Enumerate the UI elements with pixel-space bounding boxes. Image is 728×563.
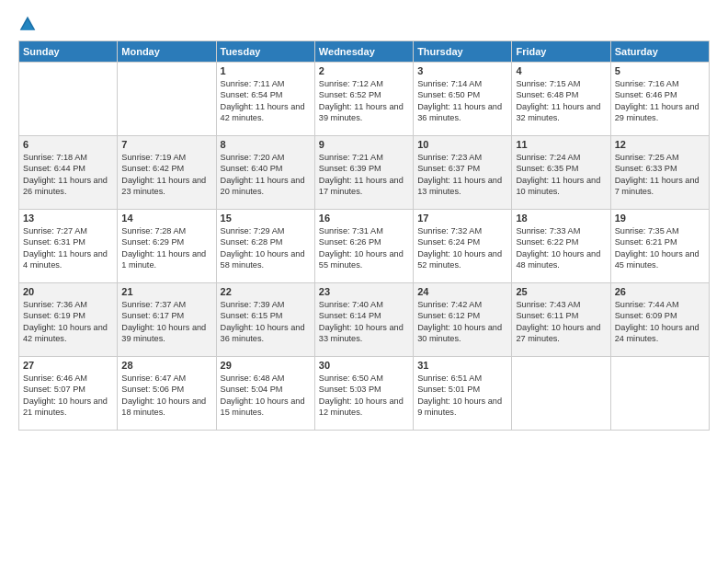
day-info: Sunrise: 7:25 AMSunset: 6:33 PMDaylight:… [615, 152, 705, 198]
calendar-cell: 18Sunrise: 7:33 AMSunset: 6:22 PMDayligh… [512, 210, 610, 283]
calendar-header-row: SundayMondayTuesdayWednesdayThursdayFrid… [19, 41, 710, 63]
day-number: 31 [417, 360, 507, 371]
logo [18, 15, 40, 33]
day-header-friday: Friday [512, 41, 610, 63]
day-info: Sunrise: 7:24 AMSunset: 6:35 PMDaylight:… [516, 152, 606, 198]
day-info: Sunrise: 6:47 AMSunset: 5:06 PMDaylight:… [121, 373, 211, 419]
calendar-cell: 1Sunrise: 7:11 AMSunset: 6:54 PMDaylight… [216, 63, 314, 136]
day-number: 14 [121, 213, 211, 224]
day-info: Sunrise: 7:14 AMSunset: 6:50 PMDaylight:… [417, 78, 507, 124]
day-number: 16 [319, 213, 409, 224]
calendar-cell: 19Sunrise: 7:35 AMSunset: 6:21 PMDayligh… [610, 210, 709, 283]
day-info: Sunrise: 7:37 AMSunset: 6:17 PMDaylight:… [121, 299, 211, 345]
day-info: Sunrise: 7:36 AMSunset: 6:19 PMDaylight:… [23, 299, 113, 345]
calendar-cell [19, 63, 118, 136]
day-info: Sunrise: 7:19 AMSunset: 6:42 PMDaylight:… [121, 152, 211, 198]
day-number: 4 [516, 65, 606, 76]
calendar-cell: 31Sunrise: 6:51 AMSunset: 5:01 PMDayligh… [414, 357, 512, 431]
calendar-cell: 2Sunrise: 7:12 AMSunset: 6:52 PMDaylight… [314, 63, 413, 136]
day-info: Sunrise: 7:15 AMSunset: 6:48 PMDaylight:… [516, 78, 606, 124]
day-number: 27 [23, 360, 113, 371]
day-info: Sunrise: 7:23 AMSunset: 6:37 PMDaylight:… [417, 152, 507, 198]
day-header-thursday: Thursday [414, 41, 512, 63]
day-header-tuesday: Tuesday [216, 41, 314, 63]
day-info: Sunrise: 7:18 AMSunset: 6:44 PMDaylight:… [23, 152, 113, 198]
day-number: 12 [615, 139, 705, 150]
calendar-cell: 24Sunrise: 7:42 AMSunset: 6:12 PMDayligh… [414, 283, 512, 357]
day-info: Sunrise: 7:31 AMSunset: 6:26 PMDaylight:… [319, 225, 409, 271]
day-number: 7 [121, 139, 211, 150]
calendar-cell: 17Sunrise: 7:32 AMSunset: 6:24 PMDayligh… [414, 210, 512, 283]
day-info: Sunrise: 7:42 AMSunset: 6:12 PMDaylight:… [417, 299, 507, 345]
calendar-cell: 6Sunrise: 7:18 AMSunset: 6:44 PMDaylight… [19, 136, 118, 210]
calendar-cell: 30Sunrise: 6:50 AMSunset: 5:03 PMDayligh… [314, 357, 413, 431]
calendar-cell: 11Sunrise: 7:24 AMSunset: 6:35 PMDayligh… [512, 136, 610, 210]
day-number: 1 [221, 65, 311, 76]
calendar-cell: 29Sunrise: 6:48 AMSunset: 5:04 PMDayligh… [216, 357, 314, 431]
day-header-saturday: Saturday [610, 41, 709, 63]
calendar-cell: 25Sunrise: 7:43 AMSunset: 6:11 PMDayligh… [512, 283, 610, 357]
calendar-cell [610, 357, 709, 431]
calendar-week-row: 27Sunrise: 6:46 AMSunset: 5:07 PMDayligh… [19, 357, 710, 431]
day-number: 13 [23, 213, 113, 224]
calendar-cell: 27Sunrise: 6:46 AMSunset: 5:07 PMDayligh… [19, 357, 118, 431]
day-header-monday: Monday [118, 41, 216, 63]
day-number: 22 [221, 286, 311, 297]
day-info: Sunrise: 7:11 AMSunset: 6:54 PMDaylight:… [221, 78, 311, 124]
calendar-cell: 20Sunrise: 7:36 AMSunset: 6:19 PMDayligh… [19, 283, 118, 357]
day-number: 8 [221, 139, 311, 150]
calendar-cell: 3Sunrise: 7:14 AMSunset: 6:50 PMDaylight… [414, 63, 512, 136]
day-header-wednesday: Wednesday [314, 41, 413, 63]
day-number: 21 [121, 286, 211, 297]
day-info: Sunrise: 7:43 AMSunset: 6:11 PMDaylight:… [516, 299, 606, 345]
day-header-sunday: Sunday [19, 41, 118, 63]
day-number: 18 [516, 213, 606, 224]
day-info: Sunrise: 7:39 AMSunset: 6:15 PMDaylight:… [221, 299, 311, 345]
day-number: 5 [615, 65, 705, 76]
day-number: 24 [417, 286, 507, 297]
day-info: Sunrise: 7:40 AMSunset: 6:14 PMDaylight:… [319, 299, 409, 345]
calendar-cell [118, 63, 216, 136]
day-number: 9 [319, 139, 409, 150]
page-header [18, 15, 710, 33]
day-info: Sunrise: 6:48 AMSunset: 5:04 PMDaylight:… [221, 373, 311, 419]
day-number: 19 [615, 213, 705, 224]
calendar-cell: 15Sunrise: 7:29 AMSunset: 6:28 PMDayligh… [216, 210, 314, 283]
calendar-cell: 14Sunrise: 7:28 AMSunset: 6:29 PMDayligh… [118, 210, 216, 283]
calendar-cell [512, 357, 610, 431]
logo-icon [18, 15, 37, 33]
day-info: Sunrise: 7:33 AMSunset: 6:22 PMDaylight:… [516, 225, 606, 271]
day-number: 25 [516, 286, 606, 297]
day-info: Sunrise: 7:35 AMSunset: 6:21 PMDaylight:… [615, 225, 705, 271]
calendar-cell: 5Sunrise: 7:16 AMSunset: 6:46 PMDaylight… [610, 63, 709, 136]
calendar-cell: 16Sunrise: 7:31 AMSunset: 6:26 PMDayligh… [314, 210, 413, 283]
day-number: 11 [516, 139, 606, 150]
day-number: 2 [319, 65, 409, 76]
day-number: 10 [417, 139, 507, 150]
day-info: Sunrise: 7:27 AMSunset: 6:31 PMDaylight:… [23, 225, 113, 271]
day-info: Sunrise: 7:20 AMSunset: 6:40 PMDaylight:… [221, 152, 311, 198]
day-info: Sunrise: 6:50 AMSunset: 5:03 PMDaylight:… [319, 373, 409, 419]
day-number: 3 [417, 65, 507, 76]
calendar-cell: 23Sunrise: 7:40 AMSunset: 6:14 PMDayligh… [314, 283, 413, 357]
calendar-cell: 22Sunrise: 7:39 AMSunset: 6:15 PMDayligh… [216, 283, 314, 357]
day-number: 15 [221, 213, 311, 224]
calendar-cell: 10Sunrise: 7:23 AMSunset: 6:37 PMDayligh… [414, 136, 512, 210]
calendar-week-row: 6Sunrise: 7:18 AMSunset: 6:44 PMDaylight… [19, 136, 710, 210]
day-info: Sunrise: 7:32 AMSunset: 6:24 PMDaylight:… [417, 225, 507, 271]
day-number: 28 [121, 360, 211, 371]
calendar-cell: 21Sunrise: 7:37 AMSunset: 6:17 PMDayligh… [118, 283, 216, 357]
calendar-cell: 13Sunrise: 7:27 AMSunset: 6:31 PMDayligh… [19, 210, 118, 283]
calendar-cell: 28Sunrise: 6:47 AMSunset: 5:06 PMDayligh… [118, 357, 216, 431]
day-info: Sunrise: 7:21 AMSunset: 6:39 PMDaylight:… [319, 152, 409, 198]
calendar-cell: 8Sunrise: 7:20 AMSunset: 6:40 PMDaylight… [216, 136, 314, 210]
calendar-table: SundayMondayTuesdayWednesdayThursdayFrid… [18, 40, 710, 431]
day-info: Sunrise: 7:29 AMSunset: 6:28 PMDaylight:… [221, 225, 311, 271]
day-info: Sunrise: 7:16 AMSunset: 6:46 PMDaylight:… [615, 78, 705, 124]
day-number: 6 [23, 139, 113, 150]
day-number: 20 [23, 286, 113, 297]
calendar-cell: 26Sunrise: 7:44 AMSunset: 6:09 PMDayligh… [610, 283, 709, 357]
calendar-week-row: 13Sunrise: 7:27 AMSunset: 6:31 PMDayligh… [19, 210, 710, 283]
day-number: 17 [417, 213, 507, 224]
day-number: 29 [221, 360, 311, 371]
